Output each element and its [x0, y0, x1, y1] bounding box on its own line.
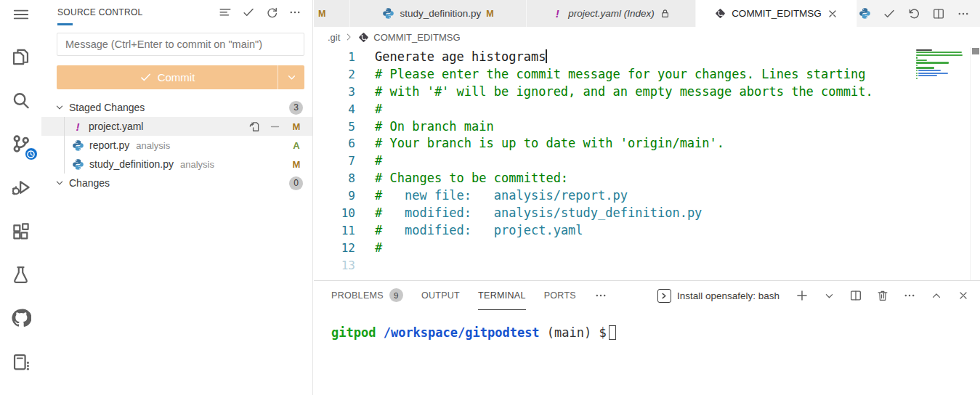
check-action-button[interactable] [882, 7, 896, 21]
panel-tab-problems[interactable]: PROBLEMS9 [331, 281, 403, 310]
scm-file-name: study_definition.py [89, 158, 174, 170]
bottom-panel: PROBLEMS9OUTPUTTERMINALPORTS Install ope… [314, 280, 980, 395]
panel-chevron-down-button[interactable] [822, 288, 836, 303]
split-editor-action-button[interactable] [931, 7, 946, 21]
commit-check-button[interactable] [241, 5, 256, 20]
minimap-segment [916, 54, 963, 56]
vscode-window: SOURCE CONTROL Commit Staged Changes3!pr… [0, 0, 980, 395]
discard-action-button[interactable] [907, 7, 921, 21]
panel-split-editor-button[interactable] [849, 288, 863, 303]
scm-section-changes[interactable]: Changes0 [41, 174, 312, 192]
refresh-button[interactable] [264, 5, 279, 20]
activity-bar-item-search[interactable] [4, 83, 39, 118]
scm-file-row[interactable]: study_definition.pyanalysisM [41, 155, 312, 174]
editor-line: 13 [314, 257, 915, 274]
minimap-segment [916, 52, 962, 53]
more-button[interactable] [288, 5, 302, 20]
activity-bar-item-extensions[interactable] [4, 213, 39, 248]
panel-tab-label: PORTS [544, 290, 576, 301]
scrollbar-thumb[interactable] [972, 48, 979, 54]
panel-close-button[interactable] [956, 288, 971, 303]
scm-pending-badge [25, 147, 38, 160]
tab-close-button[interactable] [827, 8, 838, 20]
line-content: # Please enter the commit message for yo… [355, 66, 866, 84]
line-number: 5 [314, 118, 355, 136]
minimap[interactable] [915, 49, 970, 82]
commit-button-label: Commit [158, 71, 195, 84]
line-content: # Your branch is up to date with 'origin… [355, 135, 724, 152]
sidebar-toolbar [218, 5, 302, 20]
scm-section-count-badge: 0 [289, 176, 303, 190]
terminal-prompt-icon [657, 289, 671, 303]
scm-status-letter: M [291, 121, 302, 132]
chevron-down-icon [824, 290, 835, 301]
activity-bar-item-notebook[interactable] [4, 344, 39, 379]
activity-bar-item-menu[interactable] [4, 4, 39, 25]
terminal-content[interactable]: gitpod /workspace/gitpodtest (main) $ [314, 310, 980, 340]
yaml-warning-icon: ! [72, 121, 84, 133]
readonly-lock-icon [660, 8, 671, 19]
activity-bar-item-explorer[interactable] [4, 39, 39, 74]
editor-line: 6# Your branch is up to date with 'origi… [314, 135, 915, 152]
activity-bar-item-source-control[interactable] [4, 126, 39, 161]
code-token: Generate age histograms [375, 49, 546, 64]
editor-code-area[interactable]: 1Generate age histograms2# Please enter … [314, 47, 915, 280]
panel-tabs: PROBLEMS9OUTPUTTERMINALPORTS [331, 281, 657, 310]
commit-button[interactable]: Commit [57, 65, 304, 89]
editor-line: 12# [314, 240, 915, 257]
scm-file-row[interactable]: report.pyanalysisA [41, 136, 312, 155]
line-content: Generate age histograms [355, 49, 547, 66]
terminal-selector[interactable]: Install opensafely: bash [657, 289, 779, 303]
scm-status-letter: A [291, 140, 302, 151]
panel-tab-output[interactable]: OUTPUT [421, 281, 460, 310]
panel-more-button[interactable] [902, 288, 917, 303]
line-content: # Changes to be committed: [355, 170, 568, 187]
menu-icon [12, 5, 31, 24]
sidebar-header: SOURCE CONTROL [41, 0, 312, 25]
tab-study-definition-py[interactable]: study_definition.pyM [350, 0, 527, 27]
python-action-button[interactable] [857, 7, 872, 21]
panel-more-button[interactable] [594, 281, 607, 310]
more-icon [594, 289, 607, 302]
editor-actions [857, 0, 980, 27]
tab-bar: Mstudy_definition.pyM!project.yaml (Inde… [314, 0, 980, 27]
panel-tab-terminal[interactable]: TERMINAL [478, 281, 526, 310]
notebook-icon [11, 352, 31, 372]
panel-tab-ports[interactable]: PORTS [544, 281, 576, 310]
line-number: 12 [314, 240, 355, 257]
scm-row-actions [248, 120, 281, 133]
activity-bar-item-run-debug[interactable] [4, 170, 39, 205]
minimap-segment [916, 49, 932, 51]
view-and-sort-icon [219, 6, 232, 19]
panel-plus-button[interactable] [795, 288, 809, 303]
panel-chevron-up-button[interactable] [929, 288, 944, 303]
breadcrumb-file[interactable]: COMMIT_EDITMSG [373, 32, 460, 43]
editor-scrollbar[interactable] [970, 47, 980, 280]
line-number: 6 [314, 135, 355, 152]
code-token: # On branch main [375, 119, 494, 134]
panel-tab-label: TERMINAL [478, 290, 526, 301]
minimap-segment [918, 75, 937, 76]
github-icon [11, 308, 31, 328]
tab-partial[interactable]: M [314, 0, 350, 27]
commit-button-main[interactable]: Commit [57, 65, 278, 89]
tab-commit-editmsg[interactable]: COMMIT_EDITMSG [696, 0, 857, 27]
unstage-button[interactable] [268, 120, 281, 133]
view-and-sort-button[interactable] [218, 5, 232, 20]
close-icon [957, 290, 969, 301]
commit-message-input[interactable] [57, 33, 304, 56]
more-action-button[interactable] [956, 7, 971, 21]
commit-dropdown-button[interactable] [278, 65, 304, 89]
open-file-button[interactable] [248, 120, 261, 133]
commit-check-icon [242, 6, 255, 19]
line-content: # [355, 152, 382, 170]
activity-bar-item-github[interactable] [4, 301, 39, 335]
panel-trash-button[interactable] [875, 288, 890, 303]
editor-line: 11# modified: project.yaml [314, 222, 915, 240]
scm-file-row[interactable]: !project.yamlM [41, 117, 312, 136]
activity-bar-item-beaker[interactable] [4, 257, 39, 292]
tab-project-yaml-index-[interactable]: !project.yaml (Index) [527, 0, 696, 27]
yaml-warning-icon: ! [551, 7, 563, 20]
scm-section-staged-changes[interactable]: Staged Changes3 [41, 98, 312, 117]
breadcrumb-folder[interactable]: .git [328, 32, 340, 43]
